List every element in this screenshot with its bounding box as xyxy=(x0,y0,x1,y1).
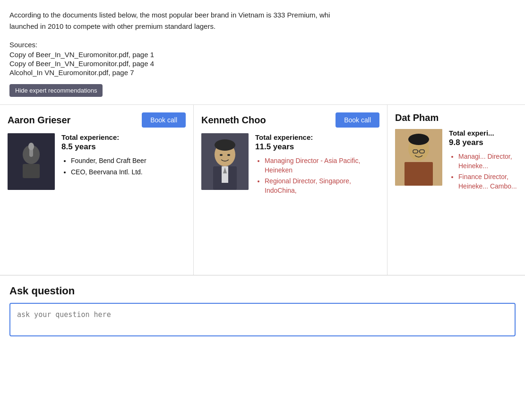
expert-name-aaron: Aaron Grieser xyxy=(8,115,70,126)
expert-details-kenneth: Total experience: 11.5 years Managing Di… xyxy=(255,133,379,197)
expert-card-dat: Dat Pham xyxy=(387,105,525,275)
sources-section: Sources: Copy of Beer_In_VN_Euromonitor.… xyxy=(9,41,516,77)
sources-label: Sources: xyxy=(9,41,516,49)
expert-name-kenneth: Kenneth Choo xyxy=(201,115,266,126)
experience-list-dat: Managi... Director, Heineke... Finance D… xyxy=(449,152,517,191)
svg-rect-2 xyxy=(23,164,40,178)
experts-row: Aaron Grieser Book call Tota xyxy=(0,104,525,275)
ask-section-title: Ask question xyxy=(9,285,516,297)
expert-header-dat: Dat Pham xyxy=(395,112,517,123)
total-experience-value-kenneth: 11.5 years xyxy=(255,142,379,152)
expert-card-kenneth: Kenneth Choo Book call xyxy=(194,105,387,275)
source-item-2: Copy of Beer_In_VN_Euromonitor.pdf, page… xyxy=(9,60,516,68)
svg-rect-14 xyxy=(405,162,433,186)
experience-item-kenneth-1: Managing Director - Asia Pacific, Heinek… xyxy=(265,156,379,175)
ask-input-wrapper xyxy=(9,303,516,336)
source-item-1: Copy of Beer_In_VN_Euromonitor.pdf, page… xyxy=(9,51,516,59)
ask-section: Ask question xyxy=(0,275,525,336)
expert-name-dat: Dat Pham xyxy=(395,112,439,123)
total-experience-value-aaron: 8.5 years xyxy=(61,142,186,152)
experience-list-aaron: Founder, Bend Craft Beer CEO, Beervana I… xyxy=(61,156,186,177)
svg-point-10 xyxy=(215,139,235,151)
experience-item-dat-1: Managi... Director, Heineke... xyxy=(458,152,517,171)
expert-photo-dat xyxy=(395,129,442,186)
svg-point-12 xyxy=(227,154,230,156)
source-item-3: Alcohol_In VN_Euromonitor.pdf, page 7 xyxy=(9,69,516,77)
hide-experts-button[interactable]: Hide expert recommendations xyxy=(9,84,103,97)
experience-item-aaron-1: Founder, Bend Craft Beer xyxy=(71,156,186,166)
experience-list-kenneth: Managing Director - Asia Pacific, Heinek… xyxy=(255,156,379,195)
expert-body-kenneth: Total experience: 11.5 years Managing Di… xyxy=(201,133,379,197)
expert-header-aaron: Aaron Grieser Book call xyxy=(8,112,186,128)
book-call-button-kenneth[interactable]: Book call xyxy=(336,112,379,128)
expert-card-aaron: Aaron Grieser Book call Tota xyxy=(0,105,194,275)
expert-details-aaron: Total experience: 8.5 years Founder, Ben… xyxy=(61,133,186,190)
answer-text: According to the documents listed below,… xyxy=(9,9,516,32)
expert-details-dat: Total experi... 9.8 years Managi... Dire… xyxy=(449,129,517,193)
expert-header-kenneth: Kenneth Choo Book call xyxy=(201,112,379,128)
expert-photo-aaron xyxy=(8,133,55,190)
ask-input[interactable] xyxy=(10,304,515,334)
svg-point-11 xyxy=(220,154,223,156)
expert-body-dat: Total experi... 9.8 years Managi... Dire… xyxy=(395,129,517,193)
svg-point-4 xyxy=(28,143,34,150)
total-experience-label-aaron: Total experience: xyxy=(61,133,186,141)
experience-item-kenneth-2: Regional Director, Singapore, IndoChina, xyxy=(265,177,379,195)
experience-item-dat-2: Finance Director, Heineke... Cambo... xyxy=(458,172,517,191)
main-content: According to the documents listed below,… xyxy=(0,0,525,275)
svg-point-16 xyxy=(408,134,429,145)
expert-photo-kenneth xyxy=(201,133,249,190)
experience-item-aaron-2: CEO, Beervana Intl. Ltd. xyxy=(71,168,186,177)
total-experience-label-kenneth: Total experience: xyxy=(255,133,379,141)
expert-body-aaron: Total experience: 8.5 years Founder, Ben… xyxy=(8,133,186,190)
total-experience-value-dat: 9.8 years xyxy=(449,138,517,147)
total-experience-label-dat: Total experi... xyxy=(449,129,517,137)
book-call-button-aaron[interactable]: Book call xyxy=(142,112,186,128)
